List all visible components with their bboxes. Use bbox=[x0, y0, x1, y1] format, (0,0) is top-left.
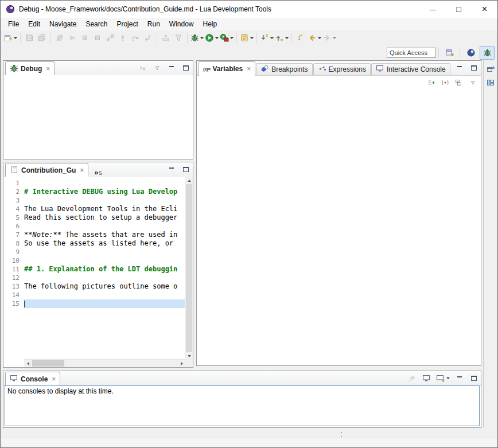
horizontal-scroll-thumb[interactable] bbox=[32, 360, 64, 367]
editor-vertical-scrollbar[interactable] bbox=[185, 177, 193, 360]
external-tools-dropdown-icon[interactable] bbox=[230, 37, 234, 39]
toolbar-separator bbox=[236, 33, 237, 43]
menu-window[interactable]: Window bbox=[165, 18, 199, 30]
previous-annotation-dropdown-icon[interactable] bbox=[285, 37, 289, 39]
code-line[interactable]: **Note:** The assets that are used in bbox=[24, 231, 185, 239]
scroll-left-icon[interactable] bbox=[24, 360, 32, 367]
maximize-view-icon[interactable] bbox=[469, 63, 479, 73]
show-logical-structure-icon[interactable] bbox=[426, 77, 437, 88]
maximize-view-icon[interactable] bbox=[181, 165, 191, 175]
hidden-editors-chevron[interactable]: 5 bbox=[91, 165, 104, 177]
forward-dropdown-icon[interactable] bbox=[333, 37, 336, 39]
display-selected-console-icon[interactable] bbox=[421, 373, 431, 384]
app-logo-icon[interactable] bbox=[6, 5, 15, 14]
code-line[interactable] bbox=[24, 196, 185, 205]
tab-expressions[interactable]: Expressions bbox=[313, 63, 371, 75]
menu-search[interactable]: Search bbox=[81, 18, 112, 30]
scroll-down-icon[interactable] bbox=[185, 352, 193, 360]
pin-console-icon bbox=[407, 373, 417, 384]
menu-file[interactable]: File bbox=[3, 18, 24, 30]
minimize-view-icon[interactable] bbox=[166, 63, 177, 73]
menu-edit[interactable]: Edit bbox=[24, 18, 45, 30]
code-area[interactable]: # Interactive DEBUG using Lua DevelopThe… bbox=[24, 177, 185, 360]
vertical-scroll-thumb[interactable] bbox=[186, 184, 192, 352]
code-line[interactable] bbox=[24, 256, 185, 265]
debug-dropdown-icon[interactable] bbox=[200, 37, 204, 39]
code-line[interactable]: The following pictures outline some o bbox=[24, 282, 185, 291]
editor-horizontal-scrollbar[interactable] bbox=[24, 359, 185, 367]
new-wizard-icon[interactable] bbox=[3, 32, 18, 44]
tab-close-icon[interactable] bbox=[44, 65, 50, 73]
restore-minimized-view-icon[interactable] bbox=[485, 64, 496, 74]
scroll-right-icon[interactable] bbox=[178, 360, 185, 367]
tab-breakpoints[interactable]: Breakpoints bbox=[256, 63, 312, 75]
code-line[interactable]: The Lua Development Tools in the Ecli bbox=[24, 205, 185, 213]
menu-run[interactable]: Run bbox=[143, 18, 165, 30]
tab-contribution-guide[interactable]: Contribution_Gu bbox=[5, 163, 88, 177]
tab-close-icon[interactable] bbox=[78, 166, 84, 174]
code-line[interactable] bbox=[24, 179, 185, 188]
code-line[interactable] bbox=[24, 299, 185, 308]
tab-interactive-console[interactable]: Interactive Console bbox=[371, 63, 450, 75]
scrollbar-corner bbox=[185, 360, 193, 367]
menu-navigate[interactable]: Navigate bbox=[45, 18, 81, 30]
maximize-view-icon[interactable] bbox=[181, 63, 191, 73]
back-dropdown-icon[interactable] bbox=[318, 37, 321, 39]
code-line[interactable]: ## 1. Explanation of the LDT debuggin bbox=[24, 265, 185, 274]
menu-help[interactable]: Help bbox=[199, 18, 222, 30]
code-line[interactable] bbox=[24, 274, 185, 282]
open-console-dropdown-icon[interactable] bbox=[446, 377, 450, 379]
open-perspective-icon[interactable] bbox=[442, 46, 457, 60]
line-number-ruler[interactable]: 123456789101112131415 bbox=[3, 177, 24, 360]
debug-icon[interactable] bbox=[190, 32, 204, 44]
last-edit-location-icon[interactable] bbox=[294, 32, 307, 44]
code-line[interactable] bbox=[24, 248, 185, 256]
maximize-view-icon[interactable] bbox=[469, 373, 479, 384]
debug-bug-icon bbox=[10, 64, 18, 74]
tab-console[interactable]: Console bbox=[5, 372, 60, 386]
external-tools-icon[interactable] bbox=[219, 32, 234, 44]
window-minimize-button[interactable] bbox=[420, 1, 446, 18]
show-type-names-icon[interactable] bbox=[440, 77, 450, 88]
collapse-all-icon[interactable] bbox=[454, 77, 464, 88]
scroll-up-icon[interactable] bbox=[185, 177, 193, 184]
code-line[interactable] bbox=[24, 222, 185, 231]
view-menu-icon[interactable] bbox=[468, 77, 478, 88]
code-line[interactable]: # Interactive DEBUG using Lua Develop bbox=[24, 188, 185, 196]
minimize-view-icon[interactable] bbox=[454, 373, 465, 384]
tab-debug[interactable]: Debug bbox=[5, 61, 55, 76]
code-line[interactable]: So use the assets as listed here, or bbox=[24, 239, 185, 248]
tab-variables[interactable]: (x)= Variables bbox=[199, 61, 255, 76]
quick-access-input[interactable] bbox=[387, 48, 436, 58]
forward-icon bbox=[322, 32, 337, 44]
new-wizard-dropdown-icon[interactable] bbox=[14, 37, 17, 39]
minimize-view-icon[interactable] bbox=[454, 63, 465, 73]
view-menu-icon[interactable] bbox=[152, 63, 162, 73]
tab-close-icon[interactable] bbox=[245, 65, 251, 73]
code-line[interactable] bbox=[24, 291, 185, 299]
variables-view-window-controls bbox=[454, 61, 479, 75]
next-annotation-icon[interactable] bbox=[259, 32, 274, 44]
variables-content bbox=[197, 89, 481, 365]
remove-all-terminated-icon bbox=[138, 63, 148, 73]
minimize-view-icon[interactable] bbox=[166, 165, 177, 175]
debug-view-controls bbox=[138, 61, 191, 75]
back-icon[interactable] bbox=[307, 32, 322, 44]
ldt-perspective-icon[interactable] bbox=[464, 46, 478, 60]
open-console-icon[interactable] bbox=[435, 373, 450, 384]
tab-close-icon[interactable] bbox=[50, 375, 56, 383]
window-close-button[interactable] bbox=[472, 1, 497, 18]
next-annotation-dropdown-icon[interactable] bbox=[270, 37, 274, 39]
minimized-view-icon[interactable] bbox=[485, 77, 496, 88]
window-maximize-button[interactable] bbox=[446, 1, 472, 18]
previous-annotation-icon[interactable] bbox=[274, 32, 289, 44]
line-number: 14 bbox=[3, 291, 24, 299]
run-dropdown-icon[interactable] bbox=[215, 37, 219, 39]
menu-project[interactable]: Project bbox=[112, 18, 142, 30]
open-task-icon[interactable] bbox=[239, 32, 254, 44]
debug-perspective-icon[interactable] bbox=[480, 46, 495, 60]
run-icon[interactable] bbox=[204, 32, 219, 44]
open-task-dropdown-icon[interactable] bbox=[250, 37, 254, 39]
line-number: 4 bbox=[3, 205, 24, 213]
code-line[interactable]: Read this section to setup a debugger bbox=[24, 213, 185, 222]
